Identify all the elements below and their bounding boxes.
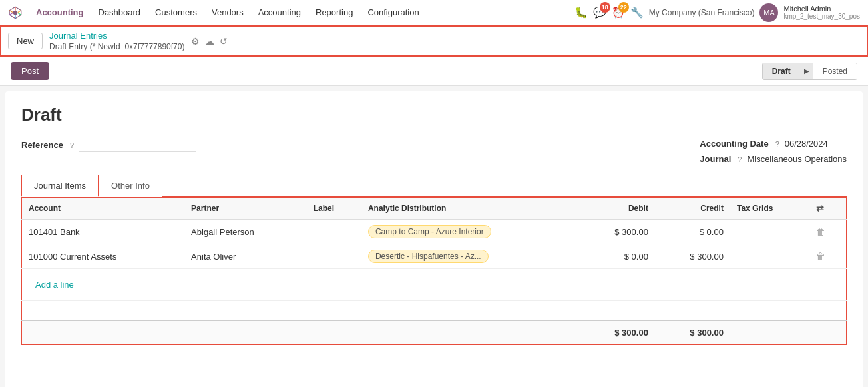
totals-row: $ 300.00 $ 300.00: [22, 321, 847, 345]
nav-dashboard[interactable]: Dashboard: [92, 5, 148, 20]
delete-row2-icon[interactable]: 🗑: [816, 251, 825, 262]
journal-help[interactable]: ?: [738, 155, 742, 163]
totals-label: [361, 321, 580, 345]
tabs-section: Journal Items Other Info Account Partner…: [21, 175, 847, 345]
accounting-date-help[interactable]: ?: [775, 140, 779, 148]
row1-analytic[interactable]: Camp to Camp - Azure Interior: [361, 220, 580, 244]
app-logo[interactable]: [8, 5, 23, 20]
user-name: Mitchell Admin: [783, 5, 860, 13]
nav-reporting[interactable]: Reporting: [309, 5, 359, 20]
avatar[interactable]: MA: [760, 3, 778, 22]
row1-delete[interactable]: 🗑: [809, 220, 846, 244]
add-line-button[interactable]: Add a line: [29, 274, 81, 295]
post-button[interactable]: Post: [11, 62, 49, 80]
totals-end: [730, 321, 847, 345]
svg-line-3: [18, 13, 21, 15]
journal-label: Journal: [700, 154, 731, 164]
breadcrumb-bar: New Journal Entries Draft Entry (* NewId…: [0, 25, 868, 57]
journal-value: Miscellaneous Operations: [747, 154, 847, 164]
svg-line-6: [9, 10, 13, 12]
row2-account[interactable]: 101000 Current Assets: [22, 244, 185, 269]
col-tax-grids: Tax Grids: [730, 198, 809, 220]
col-partner: Partner: [184, 198, 307, 220]
breadcrumb-current: Draft Entry (* NewId_0x7f7777890f70): [49, 42, 184, 51]
col-credit: Credit: [655, 198, 730, 220]
table-row: 101401 Bank Abigail Peterson Camp to Cam…: [22, 220, 847, 244]
analytic-tag[interactable]: Camp to Camp - Azure Interior: [368, 225, 491, 238]
settings-icon[interactable]: 🔧: [630, 6, 644, 19]
delete-row1-icon[interactable]: 🗑: [816, 226, 825, 237]
add-line-row: Add a line: [22, 269, 847, 301]
action-bar: Post Draft ▶ Posted: [0, 57, 868, 86]
spacer-row: [22, 301, 847, 321]
new-button[interactable]: New: [8, 33, 43, 49]
adjust-columns-icon[interactable]: ⇄: [816, 203, 824, 214]
row2-analytic[interactable]: Desertic - Hispafuentes - Az...: [361, 244, 580, 269]
reference-input[interactable]: [79, 139, 196, 152]
col-analytic: Analytic Distribution: [361, 198, 580, 220]
row2-credit[interactable]: $ 300.00: [655, 244, 730, 269]
journal-table: Account Partner Label Analytic Distribut…: [21, 197, 847, 345]
row2-partner[interactable]: Anita Oliver: [184, 244, 307, 269]
nav-accounting2[interactable]: Accounting: [252, 5, 308, 20]
col-label: Label: [307, 198, 361, 220]
nav-accounting[interactable]: Accounting: [29, 5, 91, 20]
tab-journal-items[interactable]: Journal Items: [21, 175, 99, 197]
svg-line-2: [18, 10, 21, 12]
col-actions: ⇄: [809, 198, 846, 220]
svg-point-0: [13, 10, 18, 15]
message-badge: 18: [600, 2, 610, 13]
reference-help[interactable]: ?: [70, 141, 74, 149]
cloud-icon[interactable]: ☁: [205, 36, 214, 47]
row2-tax-grids[interactable]: [730, 244, 809, 269]
status-toggle: Draft ▶ Posted: [762, 63, 857, 80]
page-title: Draft: [21, 105, 847, 125]
col-debit: Debit: [580, 198, 655, 220]
row1-partner[interactable]: Abigail Peterson: [184, 220, 307, 244]
nav-configuration[interactable]: Configuration: [361, 5, 425, 20]
row1-tax-grids[interactable]: [730, 220, 809, 244]
row2-label[interactable]: [307, 244, 361, 269]
user-subtitle: kmp_2_test_may_30_pos: [783, 13, 860, 20]
reference-field: Reference ?: [21, 139, 196, 164]
clock-badge: 22: [618, 2, 629, 13]
total-credit: $ 300.00: [655, 321, 730, 345]
col-account: Account: [22, 198, 185, 220]
row1-account[interactable]: 101401 Bank: [22, 220, 185, 244]
analytic-tag2[interactable]: Desertic - Hispafuentes - Az...: [368, 250, 489, 263]
nav-customers[interactable]: Customers: [148, 5, 204, 20]
topnav-right: 🐛 💬 18 ⏰ 22 🔧 My Company (San Francisco)…: [574, 3, 860, 22]
totals-spacer: [22, 321, 361, 345]
bug-icon[interactable]: 🐛: [574, 6, 588, 19]
clock-icon[interactable]: ⏰ 22: [612, 6, 625, 19]
breadcrumb-parent[interactable]: Journal Entries: [49, 31, 184, 41]
svg-line-5: [9, 13, 13, 15]
row1-label[interactable]: [307, 220, 361, 244]
row2-debit[interactable]: $ 0.00: [580, 244, 655, 269]
row1-debit[interactable]: $ 300.00: [580, 220, 655, 244]
row1-credit[interactable]: $ 0.00: [655, 220, 730, 244]
accounting-date-value: 06/28/2024: [785, 139, 828, 149]
refresh-icon[interactable]: ↺: [220, 36, 228, 47]
tab-other-info[interactable]: Other Info: [99, 175, 162, 197]
accounting-date-label: Accounting Date: [700, 139, 768, 149]
main-content: Draft Reference ? Accounting Date ? 06/2…: [5, 91, 863, 387]
company-label: My Company (San Francisco): [649, 8, 755, 17]
tabs-row: Journal Items Other Info: [21, 175, 847, 197]
breadcrumb-icons: ⚙ ☁ ↺: [191, 36, 228, 47]
table-row: 101000 Current Assets Anita Oliver Deser…: [22, 244, 847, 269]
row2-delete[interactable]: 🗑: [809, 244, 846, 269]
reference-label: Reference: [21, 140, 63, 150]
status-draft-button[interactable]: Draft: [763, 63, 800, 79]
total-debit: $ 300.00: [580, 321, 655, 345]
messages-icon[interactable]: 💬 18: [593, 6, 606, 19]
status-arrow: ▶: [800, 63, 813, 79]
accounting-date-field: Accounting Date ? 06/28/2024: [700, 139, 847, 149]
journal-field: Journal ? Miscellaneous Operations: [700, 154, 847, 164]
gear-icon[interactable]: ⚙: [191, 36, 200, 47]
status-posted-button[interactable]: Posted: [813, 63, 857, 79]
nav-vendors[interactable]: Vendors: [205, 5, 250, 20]
top-navigation: Accounting Dashboard Customers Vendors A…: [0, 0, 868, 25]
user-info: Mitchell Admin kmp_2_test_may_30_pos: [783, 5, 860, 20]
